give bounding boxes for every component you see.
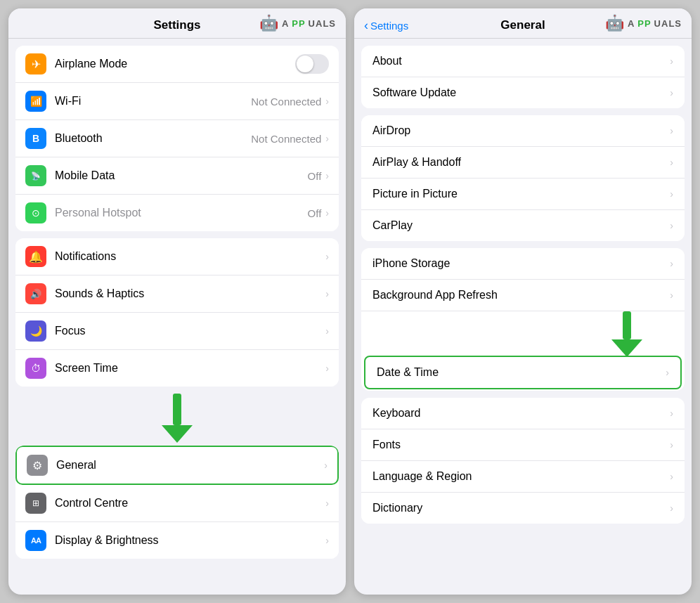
hotspot-icon: ⊙ <box>25 202 46 223</box>
left-arrow-container <box>8 394 346 443</box>
pip-label: Picture in Picture <box>372 188 670 200</box>
bluetooth-item[interactable]: B Bluetooth Not Connected › <box>15 120 339 157</box>
dictionary-label: Dictionary <box>372 502 670 514</box>
control-centre-chevron: › <box>325 498 329 509</box>
airplay-chevron: › <box>670 157 673 168</box>
pip-chevron: › <box>670 188 673 200</box>
left-title: Settings <box>153 18 200 32</box>
wifi-icon: 📶 <box>25 91 46 112</box>
connectivity-group: ✈ Airplane Mode 📶 Wi-Fi Not Connected › … <box>15 46 339 231</box>
date-time-chevron: › <box>666 367 669 378</box>
notifications-label: Notifications <box>55 250 325 263</box>
iphone-storage-label: iPhone Storage <box>372 257 670 270</box>
mobile-icon: 📡 <box>25 165 46 186</box>
airdrop-label: AirDrop <box>372 124 670 137</box>
keyboard-label: Keyboard <box>372 407 670 420</box>
control-centre-item[interactable]: ⊞ Control Centre › <box>15 485 339 522</box>
sounds-chevron: › <box>325 288 329 299</box>
storage-group: iPhone Storage › Background App Refresh … <box>361 248 685 391</box>
svg-marker-1 <box>162 425 193 443</box>
fonts-label: Fonts <box>372 439 670 451</box>
iphone-storage-chevron: › <box>670 258 673 269</box>
dictionary-item[interactable]: Dictionary › <box>361 493 685 524</box>
airplane-toggle[interactable] <box>295 54 329 74</box>
display-icon: AA <box>25 530 46 551</box>
notifications-chevron: › <box>325 251 329 262</box>
general-icon: ⚙ <box>27 455 48 476</box>
bluetooth-chevron: › <box>325 133 329 144</box>
left-header: Settings 🤖 APPUALS <box>8 8 346 39</box>
about-label: About <box>372 55 670 67</box>
svg-rect-0 <box>173 394 181 425</box>
keyboard-item[interactable]: Keyboard › <box>361 398 685 429</box>
info-group: About › Software Update › <box>361 46 685 108</box>
language-region-chevron: › <box>670 471 673 482</box>
general-group: ⚙ General › ⊞ Control Centre › AA Displa… <box>15 446 339 559</box>
general-label: General <box>56 459 324 472</box>
down-arrow-annotation-left <box>162 394 193 443</box>
airdrop-item[interactable]: AirDrop › <box>361 115 685 147</box>
focus-item[interactable]: 🌙 Focus › <box>15 313 339 350</box>
wifi-label: Wi-Fi <box>55 95 251 108</box>
toggle-knob <box>297 56 313 72</box>
about-item[interactable]: About › <box>361 46 685 77</box>
mobile-label: Mobile Data <box>55 169 308 182</box>
software-update-chevron: › <box>670 87 673 98</box>
svg-marker-3 <box>611 339 642 357</box>
airplane-icon: ✈ <box>25 53 46 74</box>
wifi-item[interactable]: 📶 Wi-Fi Not Connected › <box>15 83 339 120</box>
notifications-icon: 🔔 <box>25 246 46 267</box>
hotspot-item[interactable]: ⊙ Personal Hotspot Off › <box>15 195 339 231</box>
bluetooth-icon: B <box>25 128 46 149</box>
screen-time-chevron: › <box>325 363 329 374</box>
hotspot-value: Off <box>308 207 322 219</box>
airplane-mode-item[interactable]: ✈ Airplane Mode <box>15 46 339 83</box>
down-arrow-annotation-right <box>611 311 642 357</box>
screen-time-icon: ⏱ <box>25 358 46 379</box>
software-update-item[interactable]: Software Update › <box>361 77 685 108</box>
bluetooth-value: Not Connected <box>251 133 321 145</box>
right-panel: ‹ Settings General 🤖 APPUALS About › Sof… <box>354 8 692 595</box>
language-region-item[interactable]: Language & Region › <box>361 461 685 493</box>
back-button[interactable]: ‹ Settings <box>364 18 408 33</box>
background-refresh-chevron: › <box>670 290 673 301</box>
display-chevron: › <box>325 535 329 546</box>
background-refresh-label: Background App Refresh <box>372 289 670 302</box>
wifi-chevron: › <box>325 96 329 107</box>
display-item[interactable]: AA Display & Brightness › <box>15 522 339 559</box>
keyboard-chevron: › <box>670 408 673 419</box>
hotspot-label: Personal Hotspot <box>55 207 308 219</box>
focus-chevron: › <box>325 325 329 337</box>
right-brand: 🤖 APPUALS <box>605 14 682 32</box>
notifications-item[interactable]: 🔔 Notifications › <box>15 238 339 275</box>
mobile-data-item[interactable]: 📡 Mobile Data Off › <box>15 157 339 195</box>
iphone-storage-item[interactable]: iPhone Storage › <box>361 248 685 280</box>
fonts-item[interactable]: Fonts › <box>361 429 685 461</box>
svg-rect-2 <box>623 311 631 339</box>
connectivity-right-group: AirDrop › AirPlay & Handoff › Picture in… <box>361 115 685 241</box>
focus-icon: 🌙 <box>25 320 46 342</box>
general-item[interactable]: ⚙ General › <box>15 446 339 485</box>
notifications-group: 🔔 Notifications › 🔊 Sounds & Haptics › 🌙… <box>15 238 339 387</box>
sounds-item[interactable]: 🔊 Sounds & Haptics › <box>15 275 339 313</box>
date-time-item[interactable]: Date & Time › <box>364 356 682 389</box>
background-refresh-item[interactable]: Background App Refresh › <box>361 280 685 311</box>
back-label[interactable]: Settings <box>370 20 408 32</box>
airplay-item[interactable]: AirPlay & Handoff › <box>361 147 685 179</box>
screen-time-item[interactable]: ⏱ Screen Time › <box>15 350 339 387</box>
date-time-label: Date & Time <box>377 366 666 379</box>
display-label: Display & Brightness <box>55 534 325 547</box>
mobile-value: Off <box>308 170 322 182</box>
bluetooth-label: Bluetooth <box>55 132 251 145</box>
software-update-label: Software Update <box>372 86 670 99</box>
pip-item[interactable]: Picture in Picture › <box>361 179 685 210</box>
fonts-chevron: › <box>670 439 673 450</box>
left-brand: 🤖 APPUALS <box>259 14 336 32</box>
left-content: ✈ Airplane Mode 📶 Wi-Fi Not Connected › … <box>8 39 346 595</box>
language-region-label: Language & Region <box>372 470 670 483</box>
system-group: Keyboard › Fonts › Language & Region › D… <box>361 398 685 524</box>
carplay-item[interactable]: CarPlay › <box>361 210 685 241</box>
carplay-chevron: › <box>670 220 673 231</box>
control-centre-icon: ⊞ <box>25 493 46 514</box>
left-panel: Settings 🤖 APPUALS ✈ Airplane Mode 📶 Wi-… <box>8 8 346 595</box>
